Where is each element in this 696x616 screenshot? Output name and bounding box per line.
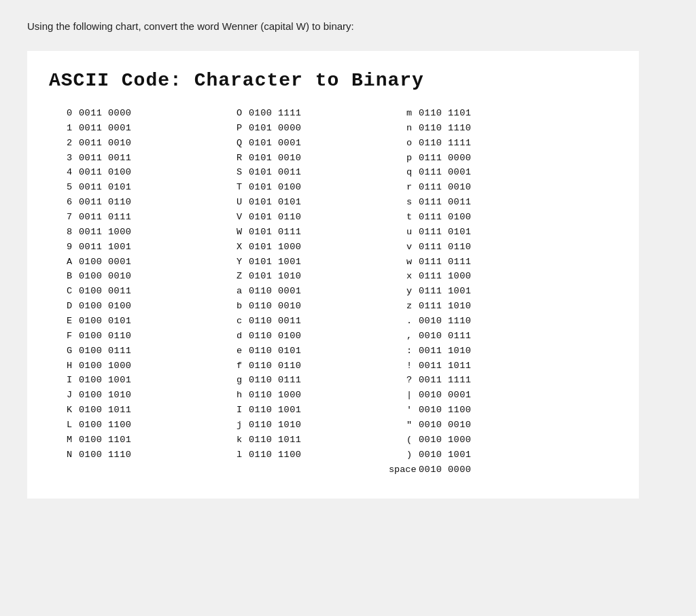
ascii-row: g0110 0111 — [219, 373, 368, 388]
ascii-char: L — [49, 418, 79, 433]
ascii-row: a0110 0001 — [219, 284, 368, 299]
ascii-char: R — [219, 151, 249, 166]
col-divider — [368, 106, 389, 477]
ascii-char: d — [219, 329, 249, 344]
ascii-binary: 0011 1001 — [79, 240, 131, 255]
ascii-row: !0011 1011 — [389, 359, 538, 374]
ascii-binary: 0101 0100 — [249, 180, 301, 195]
ascii-row: M0100 1101 — [49, 433, 198, 448]
ascii-binary: 0011 0100 — [79, 165, 131, 180]
ascii-binary: 0011 0001 — [79, 121, 131, 136]
ascii-binary: 0101 1001 — [249, 255, 301, 270]
ascii-char: r — [389, 180, 419, 195]
ascii-char: 6 — [49, 195, 79, 210]
ascii-char: U — [219, 195, 249, 210]
ascii-char: X — [219, 240, 249, 255]
ascii-row: n0110 1110 — [389, 121, 538, 136]
ascii-row: 60011 0110 — [49, 195, 198, 210]
ascii-binary: 0010 1001 — [419, 448, 471, 463]
ascii-binary: 0101 1000 — [249, 240, 301, 255]
ascii-char: 1 — [49, 121, 79, 136]
ascii-col-0: 00011 000010011 000120011 001030011 0011… — [49, 106, 198, 477]
ascii-binary: 0101 0000 — [249, 121, 301, 136]
ascii-row: k0110 1011 — [219, 433, 368, 448]
ascii-char: S — [219, 165, 249, 180]
ascii-row: 90011 1001 — [49, 240, 198, 255]
ascii-char: B — [49, 269, 79, 284]
ascii-char: b — [219, 299, 249, 314]
ascii-binary: 0101 0001 — [249, 136, 301, 151]
ascii-row: Z0101 1010 — [219, 269, 368, 284]
ascii-binary: 0010 0000 — [419, 463, 471, 477]
ascii-row: p0111 0000 — [389, 151, 538, 166]
ascii-char: M — [49, 433, 79, 448]
ascii-binary: 0100 1100 — [79, 418, 131, 433]
ascii-row: J0100 1010 — [49, 388, 198, 403]
ascii-char: ' — [389, 403, 419, 418]
ascii-row: v0111 0110 — [389, 240, 538, 255]
ascii-row: q0111 0001 — [389, 165, 538, 180]
ascii-char: ( — [389, 433, 419, 448]
ascii-title: ASCII Code: Character to Binary — [49, 70, 617, 91]
ascii-binary: 0010 1110 — [419, 314, 471, 329]
ascii-row: 30011 0011 — [49, 151, 198, 166]
ascii-row: d0110 0100 — [219, 329, 368, 344]
ascii-char: p — [389, 151, 419, 166]
ascii-row: 80011 1000 — [49, 225, 198, 240]
ascii-binary: 0110 0011 — [249, 314, 301, 329]
ascii-row: "0010 0010 — [389, 418, 538, 433]
ascii-binary: 0110 0110 — [249, 359, 301, 374]
ascii-row: 40011 0100 — [49, 165, 198, 180]
ascii-char: h — [219, 388, 249, 403]
ascii-row: t0111 0100 — [389, 210, 538, 225]
ascii-char: H — [49, 359, 79, 374]
ascii-binary: 0100 1000 — [79, 359, 131, 374]
ascii-binary: 0110 1100 — [249, 448, 301, 463]
ascii-binary: 0110 0010 — [249, 299, 301, 314]
ascii-row: z0111 1010 — [389, 299, 538, 314]
ascii-row: N0100 1110 — [49, 448, 198, 463]
ascii-binary: 0011 0010 — [79, 136, 131, 151]
ascii-row: 20011 0010 — [49, 136, 198, 151]
ascii-char: W — [219, 225, 249, 240]
ascii-binary: 0010 0010 — [419, 418, 471, 433]
ascii-char: y — [389, 284, 419, 299]
ascii-char: D — [49, 299, 79, 314]
ascii-binary: 0110 1011 — [249, 433, 301, 448]
ascii-char: v — [389, 240, 419, 255]
col-divider — [198, 106, 219, 477]
ascii-row: A0100 0001 — [49, 255, 198, 270]
ascii-char: m — [389, 106, 419, 121]
ascii-row: G0100 0111 — [49, 344, 198, 359]
ascii-char: 9 — [49, 240, 79, 255]
ascii-char: V — [219, 210, 249, 225]
ascii-row: :0011 1010 — [389, 344, 538, 359]
ascii-binary: 0101 0010 — [249, 151, 301, 166]
ascii-row: I0100 1001 — [49, 373, 198, 388]
ascii-binary: 0101 0111 — [249, 225, 301, 240]
ascii-char: 8 — [49, 225, 79, 240]
ascii-binary: 0110 0100 — [249, 329, 301, 344]
ascii-char: . — [389, 314, 419, 329]
ascii-row: l0110 1100 — [219, 448, 368, 463]
ascii-char: | — [389, 388, 419, 403]
ascii-binary: 0011 1000 — [79, 225, 131, 240]
ascii-row: (0010 1000 — [389, 433, 538, 448]
ascii-row: 00011 0000 — [49, 106, 198, 121]
ascii-binary: 0110 1110 — [419, 121, 471, 136]
ascii-char: T — [219, 180, 249, 195]
ascii-char: 2 — [49, 136, 79, 151]
ascii-row: x0111 1000 — [389, 269, 538, 284]
ascii-binary: 0111 0100 — [419, 210, 471, 225]
ascii-row: r0111 0010 — [389, 180, 538, 195]
ascii-row: )0010 1001 — [389, 448, 538, 463]
ascii-row: 50011 0101 — [49, 180, 198, 195]
ascii-binary: 0110 1101 — [419, 106, 471, 121]
ascii-binary: 0100 1011 — [79, 403, 131, 418]
ascii-binary: 0110 1000 — [249, 388, 301, 403]
ascii-row: H0100 1000 — [49, 359, 198, 374]
ascii-binary: 0011 0011 — [79, 151, 131, 166]
ascii-char: , — [389, 329, 419, 344]
ascii-row: y0111 1001 — [389, 284, 538, 299]
ascii-char: ? — [389, 373, 419, 388]
